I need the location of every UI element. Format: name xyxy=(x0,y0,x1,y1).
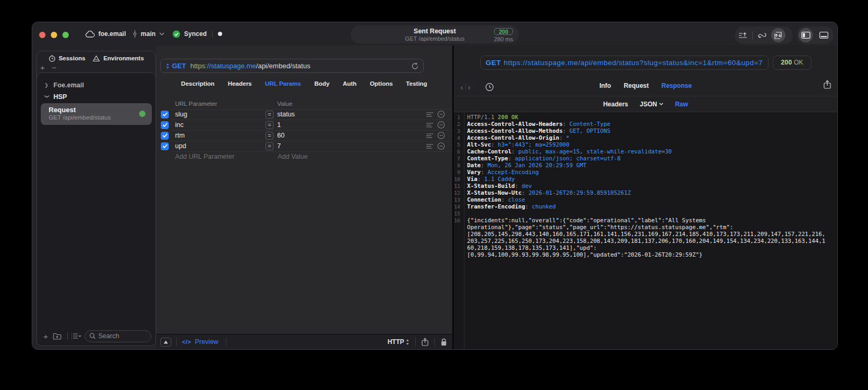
url-host: ://statuspage.me xyxy=(205,62,256,70)
zoom-window-button[interactable] xyxy=(62,32,69,38)
equals-icon: = xyxy=(266,142,273,150)
tab-info[interactable]: Info xyxy=(599,82,611,89)
param-row[interactable]: inc=1 xyxy=(156,120,452,130)
tab-request[interactable]: Request xyxy=(624,82,648,89)
add-value-label[interactable]: Add Value xyxy=(278,153,308,160)
row-lines-icon[interactable] xyxy=(426,112,433,117)
chevron-down-icon[interactable]: ❯ xyxy=(44,95,50,99)
share-response-icon[interactable] xyxy=(824,80,831,89)
protocol-updown-icon[interactable] xyxy=(406,339,409,345)
request-editor-pane: GET https://statuspage.me/api/embed/stat… xyxy=(156,46,452,349)
code-line: 3Access-Control-Allow-Methods: GET, OPTI… xyxy=(454,128,837,134)
param-add-row[interactable]: Add URL Parameter Add Value xyxy=(156,151,452,162)
tab-auth[interactable]: Auth xyxy=(343,80,357,87)
param-checkbox[interactable] xyxy=(161,121,169,129)
tree-item-label: HSP xyxy=(53,93,67,101)
response-status-badge: 200 OK xyxy=(773,56,811,70)
remove-request-button[interactable]: − xyxy=(52,65,57,71)
method-label[interactable]: GET xyxy=(172,62,186,70)
new-request-button[interactable]: + xyxy=(43,332,48,341)
param-value[interactable]: 60 xyxy=(277,132,426,139)
tree-item-foe-email[interactable]: ❯ Foe.email xyxy=(37,79,156,91)
equals-icon: = xyxy=(266,111,273,119)
request-list-item-selected[interactable]: Request GET /api/embed/status xyxy=(41,103,152,125)
tab-environments-label: Environments xyxy=(103,55,144,61)
tab-url-params[interactable]: URL Params xyxy=(265,80,301,87)
chevron-down-icon[interactable] xyxy=(159,32,165,35)
param-row[interactable]: rtm=60 xyxy=(156,130,452,141)
param-checkbox[interactable] xyxy=(161,111,169,119)
row-divider xyxy=(171,109,452,110)
collapse-panel-button[interactable] xyxy=(160,338,171,347)
lock-icon[interactable] xyxy=(441,338,447,346)
row-lines-icon[interactable] xyxy=(426,144,433,149)
tab-description[interactable]: Description xyxy=(181,80,214,87)
row-lines-icon[interactable] xyxy=(426,133,433,138)
param-key[interactable]: upd xyxy=(175,142,266,150)
subtab-json[interactable]: JSON xyxy=(640,101,664,108)
sync-loop-icon[interactable] xyxy=(754,32,770,39)
tab-response[interactable]: Response xyxy=(661,82,691,89)
remove-param-icon[interactable] xyxy=(437,132,445,139)
row-divider xyxy=(171,130,452,131)
export-icon[interactable] xyxy=(735,32,751,39)
param-table: URL Parameter Value slug=statusinc=1rtm=… xyxy=(156,101,452,162)
refresh-icon[interactable] xyxy=(412,62,418,70)
param-value[interactable]: 7 xyxy=(277,142,426,150)
tab-body[interactable]: Body xyxy=(314,80,330,87)
chevron-right-icon[interactable]: ❯ xyxy=(44,83,49,88)
column-header-value: Value xyxy=(277,101,293,109)
sort-list-icon[interactable] xyxy=(71,333,81,339)
add-url-parameter-label[interactable]: Add URL Parameter xyxy=(175,153,266,160)
add-request-button[interactable]: + xyxy=(40,65,45,71)
response-raw-view[interactable]: 1HTTP/1.1 200 OK2Access-Control-Allow-He… xyxy=(454,112,837,349)
protocol-selector[interactable]: HTTP xyxy=(388,338,404,346)
param-checkbox[interactable] xyxy=(161,142,169,150)
remove-param-icon[interactable] xyxy=(437,142,445,150)
remove-param-icon[interactable] xyxy=(437,111,445,118)
param-key[interactable]: inc xyxy=(175,121,266,129)
subtab-headers[interactable]: Headers xyxy=(603,101,628,108)
tab-environments[interactable]: Environments xyxy=(93,55,144,62)
row-lines-icon[interactable] xyxy=(426,123,433,128)
preview-button[interactable]: Preview xyxy=(195,338,218,346)
param-key[interactable]: slug xyxy=(175,111,266,118)
share-icon[interactable] xyxy=(422,338,428,346)
cloud-icon xyxy=(85,31,95,38)
request-status-pill[interactable]: Sent Request GET /api/embed/status 200 2… xyxy=(351,25,519,43)
close-window-button[interactable] xyxy=(39,32,45,38)
param-key[interactable]: rtm xyxy=(175,132,266,139)
branch-name[interactable]: main xyxy=(141,30,156,38)
status-code-badge: 200 xyxy=(494,28,513,35)
tree-item-label: Foe.email xyxy=(53,81,84,89)
search-input[interactable]: Search xyxy=(85,330,151,342)
param-row[interactable]: upd=7 xyxy=(156,141,452,151)
tab-options[interactable]: Options xyxy=(370,80,392,87)
param-value[interactable]: status xyxy=(277,111,426,118)
tab-sessions[interactable]: Sessions xyxy=(49,55,86,62)
tree-item-hsp[interactable]: ❯ HSP xyxy=(37,91,156,103)
toggle-sidebar-icon[interactable] xyxy=(799,28,813,42)
url-input[interactable]: GET https://statuspage.me/api/embed/stat… xyxy=(160,59,424,73)
sent-request-url[interactable]: GEThttps://statuspage.me/api/embed/statu… xyxy=(480,56,769,70)
code-line: [208,205,145,298,443,140,160,165,171,161… xyxy=(454,231,837,238)
remove-param-icon[interactable] xyxy=(437,121,445,129)
code-line: 9Vary: Accept-Encoding xyxy=(454,169,837,176)
method-selector-icon[interactable] xyxy=(166,63,170,69)
tab-testing[interactable]: Testing xyxy=(406,80,427,87)
new-folder-icon[interactable] xyxy=(53,333,61,340)
minimize-window-button[interactable] xyxy=(51,32,57,38)
param-checkbox[interactable] xyxy=(161,132,169,140)
subtab-raw[interactable]: Raw xyxy=(675,101,688,108)
code-line: 2Access-Control-Allow-Headers: Content-T… xyxy=(454,121,837,128)
project-name[interactable]: foe.email xyxy=(98,30,126,38)
environments-icon xyxy=(93,55,100,62)
equals-icon: = xyxy=(266,121,273,129)
unsaved-dot xyxy=(218,32,222,36)
toggle-bottom-panel-icon[interactable] xyxy=(815,32,833,39)
tab-headers[interactable]: Headers xyxy=(228,80,252,87)
param-row[interactable]: slug=status xyxy=(156,109,452,120)
param-value[interactable]: 1 xyxy=(277,121,426,129)
send-receive-icon[interactable] xyxy=(771,28,785,42)
branch-icon xyxy=(133,30,137,38)
